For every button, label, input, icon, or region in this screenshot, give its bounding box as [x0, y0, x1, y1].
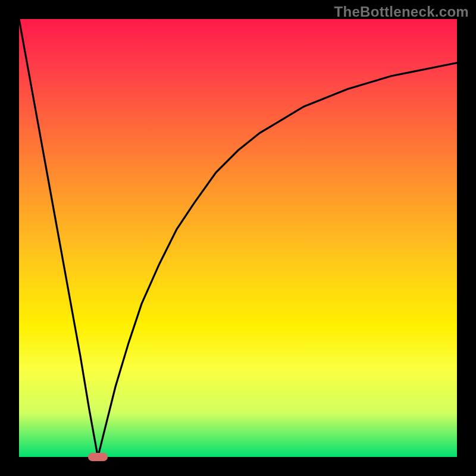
watermark-text: TheBottleneck.com — [334, 4, 469, 20]
plot-area — [19, 19, 457, 457]
curve-layer — [19, 19, 457, 457]
chart-frame: TheBottleneck.com — [0, 0, 476, 476]
left-branch-path — [19, 19, 98, 457]
right-branch-path — [98, 63, 457, 457]
bottleneck-marker — [88, 453, 108, 461]
